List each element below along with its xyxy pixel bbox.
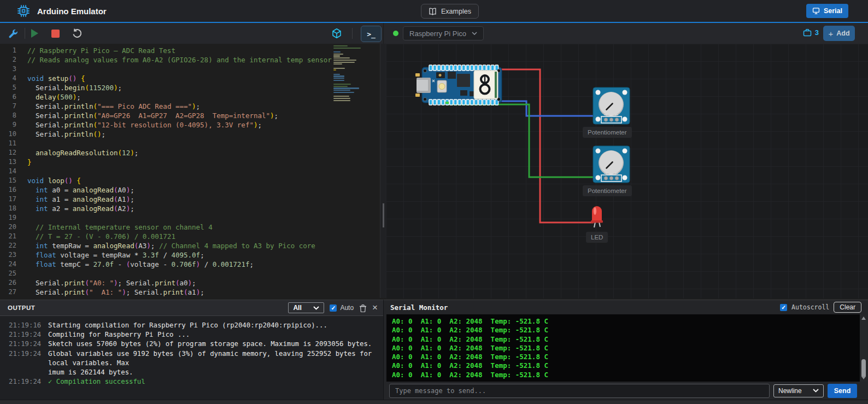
auto-checkbox[interactable]: ✓: [330, 305, 337, 312]
code-line-19: [27, 213, 331, 223]
scrollbar-thumb[interactable]: [861, 359, 866, 378]
chevron-down-icon: [313, 306, 319, 310]
line-number: 28: [4, 297, 16, 298]
terminal-toggle-button[interactable]: >_: [361, 26, 382, 42]
line-ending-value: Newline: [778, 387, 802, 395]
line-number: 16: [4, 185, 16, 195]
clear-serial-button[interactable]: Clear: [834, 302, 861, 313]
stop-button[interactable]: [51, 30, 60, 38]
line-number: 18: [4, 204, 16, 213]
clear-output-button[interactable]: [359, 304, 367, 312]
log-message: Sketch uses 57060 bytes (2%) of program …: [45, 339, 372, 349]
auto-label: Auto: [340, 304, 354, 312]
serial-line: A0: 0 A1: 0 A2: 2048 Temp: -521.8 C: [392, 317, 860, 326]
panel-divider[interactable]: [380, 44, 386, 298]
code-line-3: [27, 65, 331, 74]
code-line-10: Serial.println();: [27, 130, 331, 139]
potentiometer-2[interactable]: [593, 146, 630, 183]
restart-icon: [72, 28, 83, 39]
output-title: OUTPUT: [8, 305, 35, 311]
code-line-11: [27, 139, 331, 148]
log-timestamp: 21:19:16: [0, 321, 45, 330]
board-select[interactable]: Raspberry Pi Pico: [403, 26, 484, 40]
potentiometer-1[interactable]: [593, 87, 630, 124]
pico-board[interactable]: [415, 65, 502, 105]
code-line-18: int a2 = analogRead(A2);: [27, 204, 331, 213]
scroll-down-arrow[interactable]: [861, 376, 866, 379]
minimap[interactable]: [333, 45, 380, 102]
titlebar: Arduino Emulator Examples Serial: [0, 0, 868, 23]
code-line-12: analogReadResolution(12);: [27, 148, 331, 157]
line-number: 19: [4, 213, 16, 223]
serial-line: A0: 0 A1: 0 A2: 2048 Temp: -521.8 C: [392, 326, 860, 335]
code-line-17: int a1 = analogRead(A1);: [27, 195, 331, 204]
line-ending-select[interactable]: Newline: [773, 384, 824, 397]
view-3d-button[interactable]: [331, 28, 342, 39]
component-label: Potentiometer: [583, 185, 632, 196]
plus-icon: +: [828, 29, 833, 38]
log-message: Global variables use 9192 bytes (3%) of …: [45, 349, 383, 378]
code-line-2: // Reads analog values from A0-A2 (GPIO2…: [27, 55, 331, 65]
autoscroll-checkbox[interactable]: ✓: [780, 304, 787, 311]
pico-rp2040-chip: [457, 74, 470, 87]
wire-red[interactable]: [496, 69, 594, 223]
autoscroll-label: Autoscroll: [791, 303, 829, 311]
line-number: 9: [4, 120, 16, 130]
serial-button-label: Serial: [824, 7, 842, 15]
board-status-dot: [393, 31, 398, 36]
scrollbar-thumb[interactable]: [383, 203, 384, 227]
code-line-4: void setup() {: [27, 74, 331, 83]
line-number: 11: [4, 139, 16, 148]
board-select-value: Raspberry Pi Pico: [409, 30, 466, 38]
parts-count: 3: [815, 28, 819, 37]
line-number: 3: [4, 65, 16, 74]
log-timestamp: 21:19:24: [0, 339, 45, 349]
line-number: 15: [4, 176, 16, 185]
serial-message-input[interactable]: [389, 384, 770, 398]
send-button[interactable]: Send: [828, 384, 857, 398]
line-number-gutter: 1234567891011121314151617181920212223242…: [4, 46, 16, 298]
add-part-button[interactable]: + Add: [823, 26, 855, 41]
log-timestamp: 21:19:24: [0, 330, 45, 339]
led[interactable]: [591, 206, 603, 227]
code-line-5: Serial.begin(115200);: [27, 83, 331, 92]
component-label: Potentiometer: [583, 127, 632, 138]
scroll-up-arrow[interactable]: [861, 317, 866, 320]
output-filter-value: All: [293, 304, 301, 312]
serial-monitor-header: Serial Monitor ✓ Autoscroll Clear: [384, 300, 868, 314]
serial-output: A0: 0 A1: 0 A2: 2048 Temp: -521.8 CA0: 0…: [386, 314, 860, 382]
serial-toggle-button[interactable]: Serial: [806, 4, 848, 18]
code-line-1: // Raspberry Pi Pico — ADC Read Test: [27, 46, 331, 55]
wrench-icon: [7, 28, 19, 39]
output-filter-select[interactable]: All: [288, 302, 324, 313]
parts-counter: 3: [803, 28, 819, 37]
library-manager-button[interactable]: [7, 28, 19, 39]
code-line-26: Serial.print("A0: "); Serial.print(a0);: [27, 278, 331, 288]
code-line-8: Serial.println("A0=GP26 A1=GP27 A2=GP28 …: [27, 111, 331, 120]
code-line-24: float tempC = 27.0f - (voltage - 0.706f)…: [27, 260, 331, 269]
serial-monitor-title: Serial Monitor: [390, 303, 448, 312]
run-button[interactable]: [31, 29, 38, 38]
close-output-button[interactable]: ×: [372, 303, 378, 312]
circuit-canvas[interactable]: Potentiometer Potentiometer LED: [386, 44, 868, 298]
line-number: 2: [4, 55, 16, 65]
wire-blue[interactable]: [495, 101, 593, 116]
code-line-15: void loop() {: [27, 176, 331, 185]
examples-button[interactable]: Examples: [421, 4, 479, 19]
line-number: 23: [4, 250, 16, 260]
log-timestamp: 21:19:24: [0, 349, 45, 378]
serial-input-row: Newline Send: [384, 382, 868, 400]
play-icon: [31, 29, 38, 38]
code-line-21: // T = 27 - (V - 0.706) / 0.001721: [27, 232, 331, 241]
line-number: 27: [4, 288, 16, 297]
arduino-emulator-app: Arduino Emulator Examples Serial: [0, 0, 868, 404]
code-editor[interactable]: 1234567891011121314151617181920212223242…: [0, 44, 380, 298]
output-header: OUTPUT All ✓ Auto ×: [0, 300, 383, 316]
line-number: 20: [4, 223, 16, 232]
serial-scrollbar[interactable]: [860, 314, 867, 382]
monitor-icon: [812, 7, 820, 15]
line-number: 24: [4, 260, 16, 269]
log-timestamp: 21:19:24: [0, 377, 45, 387]
restart-button[interactable]: [72, 28, 83, 39]
serial-line: A0: 0 A1: 0 A2: 2048 Temp: -521.8 C: [392, 344, 860, 353]
